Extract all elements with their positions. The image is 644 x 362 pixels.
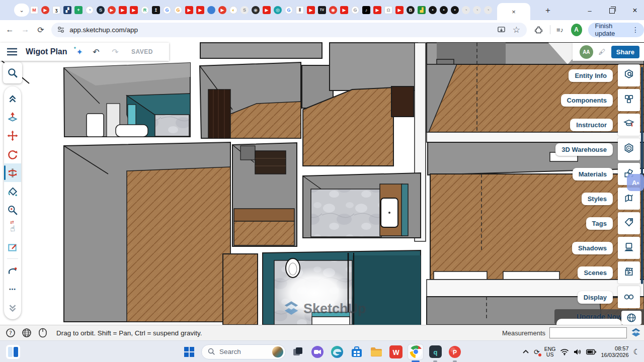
pinned-tab-youtube[interactable]: ▶: [196, 6, 204, 14]
omnibox[interactable]: app.sketchup.com/app ☆: [51, 23, 527, 37]
orbit-tool[interactable]: [4, 163, 21, 182]
pinned-tab-compass[interactable]: ◔: [86, 6, 94, 14]
model-title[interactable]: Wigot Plan: [26, 47, 67, 56]
pinned-tab-steam[interactable]: S: [97, 6, 105, 14]
install-app-icon[interactable]: [496, 24, 507, 35]
pinned-tab-grey-sphere[interactable]: ◔: [484, 6, 492, 14]
scenes-button[interactable]: [618, 261, 640, 284]
move-tool[interactable]: [4, 126, 21, 145]
expand-chevrons-tool[interactable]: [4, 298, 21, 317]
pinned-tab-youtube[interactable]: ▶: [119, 6, 127, 14]
pinned-tab-google-g[interactable]: G: [285, 6, 293, 14]
entity-info-button[interactable]: [618, 64, 640, 86]
mouse-hints-icon[interactable]: [37, 327, 48, 338]
extensions-icon[interactable]: [534, 24, 543, 35]
back-button[interactable]: ←: [4, 23, 16, 36]
components-button[interactable]: [618, 89, 640, 111]
walk-tool[interactable]: ⇄☝: [4, 219, 21, 238]
taskbar-start-icon[interactable]: [182, 344, 197, 359]
language-globe-icon[interactable]: [21, 327, 32, 338]
volume-icon[interactable]: [574, 348, 582, 355]
redo-button[interactable]: ↷: [109, 46, 121, 58]
share-button[interactable]: Share: [611, 46, 639, 58]
taskbar-edge-icon[interactable]: [330, 344, 345, 359]
pinned-tab-google-g-orange[interactable]: G: [174, 6, 182, 14]
taskbar-file-explorer-icon[interactable]: [369, 344, 384, 359]
wifi-icon[interactable]: [560, 348, 569, 355]
tray-chevron-icon[interactable]: [522, 349, 529, 354]
clock[interactable]: 08:5716/03/2026: [601, 345, 628, 358]
finish-update-button[interactable]: Finish update ⋮: [588, 23, 644, 37]
instructor-button[interactable]: [618, 114, 640, 136]
language-indicator[interactable]: ENGUS: [544, 346, 556, 357]
pinned-tab-dark-swirl[interactable]: ʒ: [52, 6, 60, 14]
display-button[interactable]: [618, 286, 640, 308]
reload-button[interactable]: ⟳: [35, 23, 47, 36]
main-menu-icon[interactable]: [7, 48, 18, 56]
taskbar-chat-icon[interactable]: [310, 344, 325, 359]
window-minimize-button[interactable]: –: [582, 4, 597, 17]
pinned-tab-blue-sphere[interactable]: [207, 6, 215, 14]
widgets-icon[interactable]: [6, 345, 20, 359]
pinned-tab-chart-green[interactable]: ▟: [418, 6, 426, 14]
rotate-tool[interactable]: [4, 145, 21, 163]
pinned-tab-monument[interactable]: Ω: [384, 6, 392, 14]
tape-measure-tool[interactable]: [4, 201, 21, 219]
search-tool-button[interactable]: [3, 62, 22, 83]
taskbar-store-icon[interactable]: [349, 344, 364, 359]
active-tab[interactable]: ×: [497, 3, 530, 20]
do-not-disturb-moon-icon[interactable]: ☾: [633, 347, 640, 356]
tags-button[interactable]: [618, 212, 640, 234]
pinned-tab-grey-sphere[interactable]: ◔: [473, 6, 481, 14]
taskbar-task-view-icon[interactable]: [290, 344, 305, 359]
model-viewport[interactable]: [0, 39, 644, 325]
pinned-tab-dot-app[interactable]: •: [440, 6, 448, 14]
more-tools[interactable]: ⋯: [4, 280, 21, 298]
pinned-tab-youtube[interactable]: ▶: [185, 6, 193, 14]
pinned-tab-dot-app[interactable]: •: [429, 6, 437, 14]
update-sync-icon[interactable]: ⟳: [534, 348, 540, 356]
browser-profile-avatar[interactable]: A: [571, 24, 582, 36]
pinned-tab-youtube[interactable]: ▶: [130, 6, 138, 14]
feather-icon[interactable]: 🖋: [599, 48, 606, 56]
taskbar-search[interactable]: Search: [201, 344, 286, 359]
window-restore-button[interactable]: [604, 4, 619, 17]
zoom-window-tool[interactable]: [4, 238, 21, 256]
pinned-tab-youtube[interactable]: ▶: [395, 6, 404, 14]
translate-extension-bubble[interactable]: Aa: [627, 174, 644, 191]
pinned-tab-gmail[interactable]: M: [30, 6, 38, 14]
pinned-tab-youtube[interactable]: ▶: [307, 6, 315, 14]
pinned-tab-camera-teal[interactable]: ◎: [274, 6, 282, 14]
paint-bucket-tool[interactable]: [4, 182, 21, 201]
taskbar-wps-pdf-icon[interactable]: P: [447, 344, 462, 359]
pinned-tab-youtube[interactable]: ▶: [340, 6, 348, 14]
pinned-tab-youtube[interactable]: ▶: [218, 6, 226, 14]
user-avatar[interactable]: AA: [580, 45, 593, 59]
tab-search-chevron-icon[interactable]: ⌄: [14, 4, 29, 17]
pinned-tab-beacon[interactable]: ◐: [229, 6, 237, 14]
shadows-button[interactable]: [618, 237, 640, 259]
pinned-tab-camera-red[interactable]: ◉: [329, 6, 337, 14]
media-list-icon[interactable]: ≡♪: [555, 24, 565, 35]
pinned-tab-equalizer[interactable]: ‖: [296, 6, 304, 14]
browser-menu-icon[interactable]: ⋮: [632, 26, 639, 34]
window-close-button[interactable]: ×: [627, 4, 642, 17]
pinned-tab-sheets[interactable]: +: [74, 6, 83, 14]
forward-button[interactable]: →: [20, 23, 31, 36]
measurements-input[interactable]: [549, 327, 627, 338]
pinned-tab-camera-dark[interactable]: ◉: [252, 6, 260, 14]
tab-close-icon[interactable]: ×: [512, 8, 516, 16]
pinned-tab-google-g[interactable]: G: [163, 6, 171, 14]
new-tab-button[interactable]: +: [540, 4, 555, 17]
search-daily-image[interactable]: [272, 346, 283, 357]
taskbar-wps-office-icon[interactable]: W: [388, 344, 404, 359]
pinned-tab-google-g-grey[interactable]: G: [351, 6, 359, 14]
pinned-tab-arrow-app[interactable]: ↥: [152, 6, 160, 14]
pinned-tab-grey-sphere-s[interactable]: S: [240, 6, 249, 14]
bookmark-star-icon[interactable]: ☆: [511, 24, 522, 35]
pinned-tab-tv-app[interactable]: TV: [318, 6, 326, 14]
add-location-button[interactable]: [621, 311, 641, 325]
pinned-tab-youtube[interactable]: ▶: [373, 6, 381, 14]
pinned-tab-youtube[interactable]: ▶: [108, 6, 116, 14]
site-info-icon[interactable]: [56, 25, 65, 34]
